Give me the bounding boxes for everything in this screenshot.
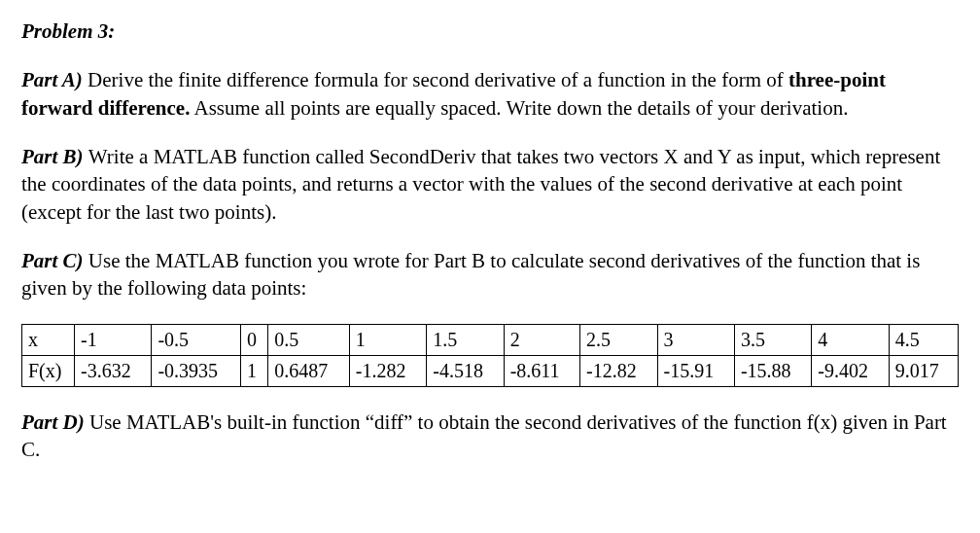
- fx-cell: -4.518: [427, 355, 504, 386]
- fx-cell: 0.6487: [268, 355, 349, 386]
- fx-cell: -0.3935: [152, 355, 241, 386]
- row-label-x: x: [22, 324, 75, 355]
- data-table: x -1 -0.5 0 0.5 1 1.5 2 2.5 3 3.5 4 4.5 …: [21, 324, 959, 387]
- part-c-label: Part C): [21, 249, 88, 272]
- part-d-label: Part D): [21, 410, 89, 434]
- part-b-text: Write a MATLAB function called SecondDer…: [21, 145, 940, 224]
- fx-cell: 1: [241, 355, 268, 386]
- fx-cell: -9.402: [812, 355, 889, 386]
- part-b-label: Part B): [21, 145, 88, 168]
- x-cell: 0.5: [268, 324, 349, 355]
- fx-cell: -1.282: [349, 355, 426, 386]
- fx-cell: -8.611: [504, 355, 579, 386]
- fx-cell: -15.91: [657, 355, 734, 386]
- problem-title: Problem 3:: [21, 18, 959, 45]
- x-cell: 1: [349, 324, 426, 355]
- part-d-text: Use MATLAB's built-in function “diff” to…: [21, 410, 947, 461]
- fx-cell: -12.82: [580, 355, 657, 386]
- x-cell: 3.5: [734, 324, 811, 355]
- x-cell: 0: [241, 324, 268, 355]
- table-row-x: x -1 -0.5 0 0.5 1 1.5 2 2.5 3 3.5 4 4.5: [22, 324, 959, 355]
- x-cell: 1.5: [427, 324, 504, 355]
- part-a-text-before: Derive the finite difference formula for…: [88, 68, 788, 91]
- part-c-text: Use the MATLAB function you wrote for Pa…: [21, 249, 920, 300]
- part-b: Part B) Write a MATLAB function called S…: [21, 143, 959, 226]
- x-cell: 4: [812, 324, 889, 355]
- table-row-fx: F(x) -3.632 -0.3935 1 0.6487 -1.282 -4.5…: [22, 355, 959, 386]
- part-c: Part C) Use the MATLAB function you wrot…: [21, 247, 959, 302]
- row-label-fx: F(x): [22, 355, 75, 386]
- x-cell: 3: [657, 324, 734, 355]
- part-a-text-after: Assume all points are equally spaced. Wr…: [190, 96, 848, 120]
- part-a-label: Part A): [21, 68, 88, 91]
- x-cell: -0.5: [152, 324, 241, 355]
- fx-cell: -3.632: [75, 355, 152, 386]
- part-a: Part A) Derive the finite difference for…: [21, 66, 959, 122]
- x-cell: 2: [504, 324, 579, 355]
- x-cell: 2.5: [580, 324, 657, 355]
- x-cell: -1: [75, 324, 152, 355]
- x-cell: 4.5: [889, 324, 958, 355]
- fx-cell: -15.88: [734, 355, 811, 386]
- fx-cell: 9.017: [889, 355, 958, 386]
- part-d: Part D) Use MATLAB's built-in function “…: [21, 409, 959, 464]
